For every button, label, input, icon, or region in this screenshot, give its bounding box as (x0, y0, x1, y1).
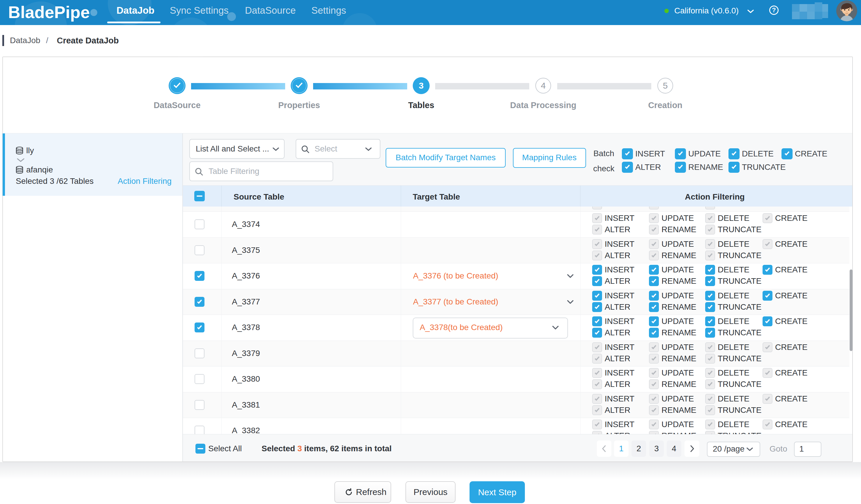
svg-text:?: ? (772, 6, 776, 14)
